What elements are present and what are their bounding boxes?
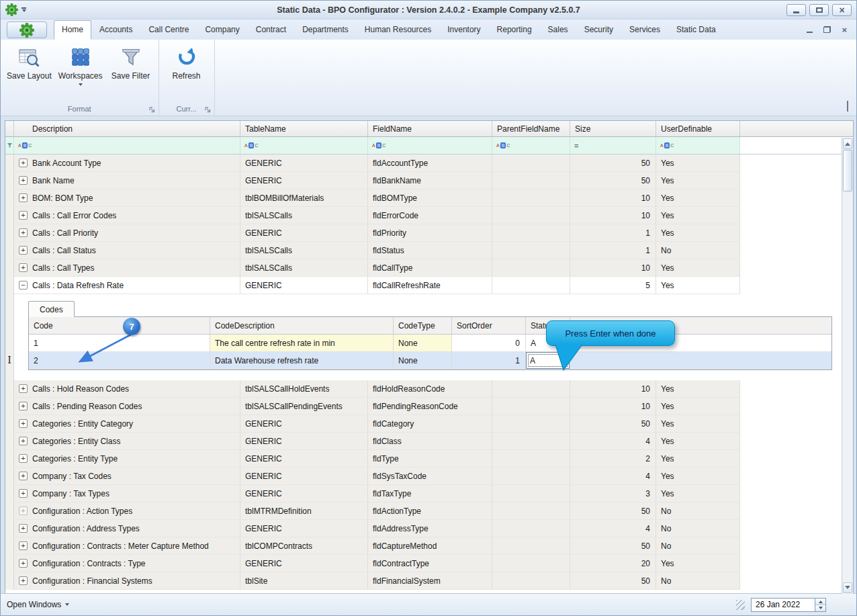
cell-parentfieldname[interactable] [492,555,570,572]
codes-row[interactable]: 2Data Warehouse refresh rateNone1A [29,352,831,369]
cell-parentfieldname[interactable] [492,224,570,242]
cell-fieldname[interactable]: fldErrorCode [368,207,492,224]
cell-tablename[interactable]: tblSALSCallPendingEvents [240,398,368,415]
cell-userdefinable[interactable]: No [656,502,740,520]
cell-description[interactable]: +Company : Tax Types [14,485,240,502]
ribbon-tab-services[interactable]: Services [621,20,668,40]
grid-row[interactable]: +Company : Tax TypesGENERICfldTaxType3Ye… [5,485,853,502]
scrollbar-track[interactable] [842,191,853,582]
filter-size-input[interactable]: = [570,137,656,154]
column-header-sortorder[interactable]: SortOrder [452,317,526,334]
expand-icon[interactable]: + [19,576,28,585]
cell-description[interactable]: +Company : Tax Codes [14,468,240,485]
cell-parentfieldname[interactable] [492,259,570,277]
grid-row[interactable]: +Calls : Call PriorityGENERICfldPriority… [5,224,853,242]
grid-row[interactable]: +Categories : Entity CategoryGENERICfldC… [5,415,853,433]
application-menu-button[interactable] [7,21,47,38]
cell-tablename[interactable]: GENERIC [240,468,368,485]
cell-userdefinable[interactable]: Yes [656,415,740,433]
cell-size[interactable]: 10 [570,189,656,207]
dialog-launcher-icon[interactable] [148,106,156,114]
cell-size[interactable]: 10 [570,398,656,415]
close-button[interactable]: × [832,4,852,16]
ribbon-tab-contract[interactable]: Contract [248,20,294,40]
cell-size[interactable]: 50 [570,415,656,433]
cell-fieldname[interactable]: fldClass [368,433,492,450]
cell-description[interactable]: +Categories : Entity Type [14,450,240,468]
ribbon-tab-company[interactable]: Company [197,20,247,40]
cell-parentfieldname[interactable] [492,155,570,172]
ribbon-tab-home[interactable]: Home [54,20,91,40]
cell-description[interactable]: +Calls : Call Priority [14,224,240,242]
cell-userdefinable[interactable]: Yes [656,277,740,294]
vertical-scrollbar[interactable] [842,138,853,594]
column-header-size[interactable]: Size [570,121,656,136]
resize-grip[interactable] [736,600,745,610]
cell-size[interactable]: 20 [570,555,656,572]
cell-tablename[interactable]: GENERIC [240,520,368,537]
cell-fieldname[interactable]: fldStatus [368,242,492,259]
cell-parentfieldname[interactable] [492,502,570,520]
workspaces-button[interactable]: Workspaces [55,42,106,102]
expand-icon[interactable]: + [19,541,28,550]
grid-row[interactable]: −Calls : Data Refresh RateGENERICfldCall… [5,277,853,294]
save-layout-button[interactable]: Save Layout [3,42,55,102]
ribbon-tab-human-resources[interactable]: Human Resources [357,20,439,40]
cell-parentfieldname[interactable] [492,242,570,259]
grid-row[interactable]: +Calls : Call StatustblSALSCallsfldStatu… [5,242,853,259]
date-editor[interactable]: 26 Jan 2022 [751,598,826,612]
cell-tablename[interactable]: tblCOMPContracts [240,537,368,555]
cell-tablename[interactable]: GENERIC [240,224,368,242]
expand-icon[interactable]: + [19,559,28,568]
column-header-codetype[interactable]: CodeType [394,317,452,334]
cell-userdefinable[interactable]: Yes [656,433,740,450]
cell-userdefinable[interactable]: Yes [656,398,740,415]
mdi-restore-icon[interactable] [823,26,831,33]
cell-tablename[interactable]: GENERIC [240,172,368,189]
minimize-button[interactable] [786,4,806,16]
cell-tablename[interactable]: tblSALSCalls [240,242,368,259]
cell-sortorder[interactable]: 1 [452,352,526,369]
column-header-tablename[interactable]: TableName [240,121,368,136]
status-cell-editor[interactable]: A [526,352,570,369]
cell-description[interactable]: +Configuration : Contracts : Meter Captu… [14,537,240,555]
cell-size[interactable]: 2 [570,450,656,468]
grid-row[interactable]: +Configuration : Financial SystemstblSit… [5,572,853,590]
expand-icon[interactable]: + [19,263,28,272]
cell-tablename[interactable]: GENERIC [240,450,368,468]
cell-description[interactable]: −Calls : Data Refresh Rate [14,277,240,294]
cell-codetype[interactable]: None [394,352,452,369]
cell-description[interactable]: +Calls : Pending Reason Codes [14,398,240,415]
cell-description[interactable]: +Bank Name [14,172,240,189]
cell-tablename[interactable]: GENERIC [240,485,368,502]
grid-row[interactable]: +Bank Account TypeGENERICfldAccountType5… [5,155,853,172]
grid-row[interactable]: +Calls : Call TypestblSALSCallsfldCallTy… [5,259,853,277]
cell-description[interactable]: +Categories : Entity Class [14,433,240,450]
ribbon-tab-inventory[interactable]: Inventory [439,20,488,40]
column-header-codedescription[interactable]: CodeDescription [210,317,394,334]
cell-fieldname[interactable]: fldTaxType [368,485,492,502]
cell-description[interactable]: +Bank Account Type [14,155,240,172]
cell-userdefinable[interactable]: Yes [656,380,740,398]
cell-description[interactable]: +Calls : Hold Reason Codes [14,380,240,398]
expand-icon[interactable]: + [19,193,28,202]
cell-description[interactable]: +BOM: BOM Type [14,189,240,207]
cell-size[interactable]: 10 [570,380,656,398]
grid-row[interactable]: +Calls : Pending Reason CodestblSALSCall… [5,398,853,415]
detail-tab-codes[interactable]: Codes [28,301,75,317]
expand-icon[interactable]: + [19,524,28,533]
ribbon-tab-accounts[interactable]: Accounts [91,20,140,40]
cell-tablename[interactable]: GENERIC [240,555,368,572]
cell-size[interactable]: 1 [570,224,656,242]
collapse-ribbon-button[interactable] [847,102,848,112]
cell-size[interactable]: 4 [570,520,656,537]
cell-fieldname[interactable]: fldPendingReasonCode [368,398,492,415]
column-header-userdefinable[interactable]: UserDefinable [656,121,740,136]
column-header-code[interactable]: Code [29,317,210,334]
grid-row[interactable]: +Configuration : Contracts : TypeGENERIC… [5,555,853,572]
dialog-launcher-icon[interactable] [204,106,212,114]
cell-tablename[interactable]: tblSALSCalls [240,207,368,224]
cell-description[interactable]: +Configuration : Contracts : Type [14,555,240,572]
ribbon-tab-security[interactable]: Security [576,20,621,40]
cell-fieldname[interactable]: fldCaptureMethod [368,537,492,555]
